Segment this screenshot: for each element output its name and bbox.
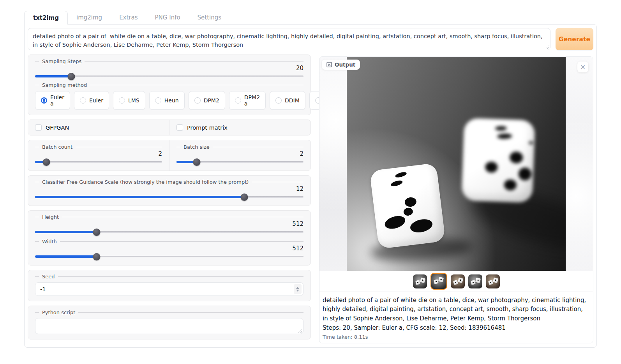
tab-bar: txt2img img2img Extras PNG Info Settings	[24, 10, 597, 24]
app-page: txt2img img2img Extras PNG Info Settings…	[24, 10, 597, 348]
radio-label: Heun	[164, 97, 179, 104]
output-image-zone	[319, 57, 593, 271]
tab-img2img[interactable]: img2img	[68, 11, 111, 24]
radio-dpm2-a[interactable]: DPM2 a	[229, 91, 266, 110]
caption-time-taken: Time taken: 8.11s	[323, 334, 590, 340]
script-input[interactable]	[35, 318, 303, 334]
generate-button[interactable]: Generate	[556, 28, 593, 50]
slider-fill	[35, 196, 244, 198]
seed-label: Seed	[35, 274, 303, 280]
output-label: Output	[335, 62, 355, 68]
radio-label: Euler a	[50, 94, 64, 107]
batch-size-cell: Batch size 2	[169, 140, 310, 171]
radio-label: DDIM	[285, 97, 300, 104]
script-box	[35, 318, 303, 334]
sampling-steps-slider[interactable]	[35, 73, 303, 80]
gallery-thumbnails	[319, 271, 593, 292]
seed-input-wrap	[35, 282, 303, 296]
number-stepper-arrows-icon[interactable]	[294, 284, 302, 294]
gallery-thumb-1[interactable]	[413, 274, 427, 288]
cfg-group: Classifier Free Guidance Scale (how stro…	[28, 175, 311, 206]
prompt-input[interactable]: detailed photo of a pair of white die on…	[28, 28, 550, 50]
gallery-thumb-3[interactable]	[451, 274, 465, 288]
settings-column: Sampling Steps 20 Sampling method Euler …	[28, 55, 311, 343]
seed-input[interactable]	[35, 282, 303, 296]
batch-count-value: 2	[35, 150, 162, 157]
toggles-group: GFPGAN Prompt matrix	[28, 120, 311, 135]
output-panel: Output ×	[319, 56, 593, 343]
sampling-method-options: Euler a Euler LMS Heun DPM2 DPM2 a DDIM …	[35, 91, 303, 110]
radio-label: DPM2	[204, 97, 219, 104]
generation-info: detailed photo of a pair of white die on…	[319, 292, 593, 343]
batch-size-slider[interactable]	[176, 158, 303, 165]
batch-size-label: Batch size	[176, 144, 303, 150]
slider-fill	[35, 255, 97, 258]
prompt-matrix-label: Prompt matrix	[187, 125, 228, 131]
radio-label: LMS	[128, 97, 139, 104]
height-value: 512	[35, 220, 303, 227]
slider-handle[interactable]	[193, 158, 201, 166]
sampling-steps-label: Sampling Steps	[35, 58, 303, 64]
stepper-down-icon[interactable]	[296, 290, 299, 292]
prompt-matrix-toggle[interactable]: Prompt matrix	[169, 120, 310, 135]
caption-params: Steps: 20, Sampler: Euler a, CFG scale: …	[323, 324, 590, 332]
gallery-thumb-2-selected[interactable]	[430, 273, 447, 290]
slider-handle[interactable]	[93, 253, 101, 260]
cfg-label: Classifier Free Guidance Scale (how stro…	[35, 179, 303, 185]
output-chip: Output	[322, 60, 360, 70]
slider-handle[interactable]	[241, 193, 248, 201]
height-slider[interactable]	[35, 229, 303, 236]
radio-euler[interactable]: Euler	[74, 91, 109, 110]
cfg-slider[interactable]	[35, 193, 303, 200]
script-label: Python script	[35, 309, 303, 315]
batch-count-slider[interactable]	[35, 158, 162, 165]
tab-settings[interactable]: Settings	[189, 11, 230, 24]
output-column: Output ×	[319, 55, 593, 343]
radio-ddim[interactable]: DDIM	[270, 91, 305, 110]
stepper-up-icon[interactable]	[296, 287, 299, 289]
radio-lms[interactable]: LMS	[113, 91, 145, 110]
prompt-row: detailed photo of a pair of white die on…	[28, 28, 593, 50]
height-label: Height	[35, 214, 303, 220]
dimensions-group: Height 512 Width 512	[28, 210, 311, 266]
radio-label: Euler	[89, 97, 103, 104]
prompt-box: detailed photo of a pair of white die on…	[28, 28, 550, 50]
radio-icon	[235, 97, 241, 104]
slider-handle[interactable]	[93, 229, 101, 236]
radio-icon	[275, 97, 282, 104]
slider-handle[interactable]	[43, 158, 50, 166]
radio-icon	[194, 97, 201, 104]
txt2img-panel: detailed photo of a pair of white die on…	[24, 24, 597, 348]
die-sharp	[369, 163, 445, 249]
checkbox-icon[interactable]	[35, 124, 42, 131]
radio-icon	[80, 97, 86, 104]
radio-icon	[41, 97, 47, 104]
seed-group: Seed	[28, 270, 311, 301]
caption-prompt: detailed photo of a pair of white die on…	[323, 296, 590, 323]
batch-size-value: 2	[176, 150, 303, 157]
cfg-value: 12	[35, 185, 303, 192]
radio-heun[interactable]: Heun	[149, 91, 185, 110]
slider-handle[interactable]	[68, 73, 75, 80]
width-slider[interactable]	[35, 253, 303, 260]
generated-image	[347, 57, 566, 271]
batch-group: Batch count 2 Batch size 2	[28, 140, 311, 171]
tab-extras[interactable]: Extras	[111, 11, 146, 24]
gfpgan-label: GFPGAN	[46, 125, 69, 131]
sampling-group: Sampling Steps 20 Sampling method Euler …	[28, 55, 311, 115]
checkbox-icon[interactable]	[176, 124, 183, 131]
slider-track	[35, 161, 162, 163]
tab-txt2img[interactable]: txt2img	[24, 11, 68, 25]
gallery-thumb-4[interactable]	[468, 274, 482, 288]
gallery-thumb-5[interactable]	[486, 274, 500, 288]
radio-icon	[155, 97, 161, 104]
tab-png-info[interactable]: PNG Info	[146, 11, 189, 24]
radio-euler-a[interactable]: Euler a	[35, 91, 70, 110]
slider-fill	[35, 75, 71, 77]
gfpgan-toggle[interactable]: GFPGAN	[28, 120, 169, 135]
slider-track	[35, 76, 303, 77]
slider-fill	[35, 231, 97, 233]
radio-dpm2[interactable]: DPM2	[189, 91, 225, 110]
close-icon[interactable]: ×	[577, 62, 588, 72]
batch-count-label: Batch count	[35, 144, 162, 150]
